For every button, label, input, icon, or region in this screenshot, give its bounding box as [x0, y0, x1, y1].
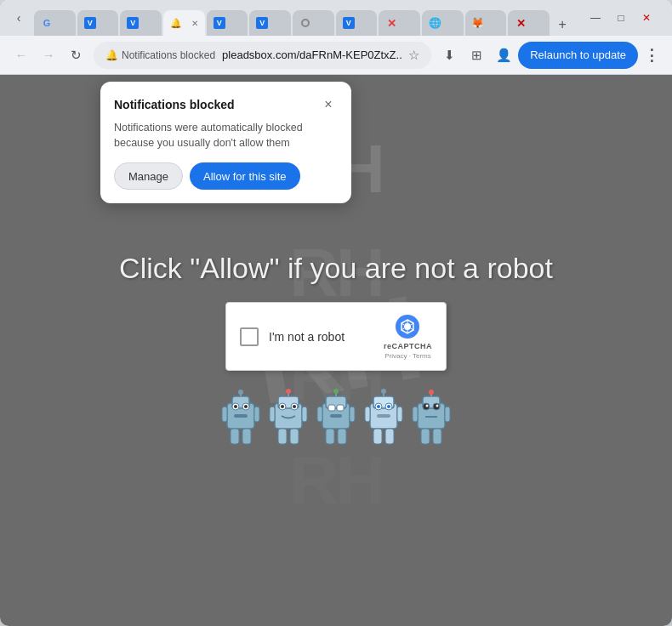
svg-rect-26 — [290, 429, 299, 444]
tab-4-active[interactable]: 🔔 Notifications blocked ✕ — [163, 10, 205, 36]
toolbar-actions: ⬇ ⊞ 👤 Relaunch to update ⋮ — [436, 42, 663, 69]
manage-button[interactable]: Manage — [114, 162, 183, 190]
maximize-button[interactable]: □ — [609, 6, 633, 30]
svg-rect-50 — [385, 429, 394, 444]
svg-rect-46 — [377, 414, 390, 418]
svg-rect-35 — [350, 407, 355, 422]
address-bar[interactable]: 🔔 Notifications blocked pleadsbox.com/da… — [94, 42, 431, 69]
svg-rect-11 — [222, 407, 227, 422]
extensions-button[interactable]: ⊞ — [464, 43, 489, 68]
captcha-checkbox[interactable] — [240, 327, 259, 346]
address-blocked-label: Notifications blocked — [122, 49, 215, 61]
svg-point-8 — [234, 405, 237, 408]
svg-point-57 — [426, 405, 429, 407]
tabs-container: G V V 🔔 Notifications blocked ✕ V V — [31, 0, 577, 36]
robots-illustration — [219, 388, 453, 449]
popup-actions: Manage Allow for this site — [114, 162, 338, 190]
title-bar: ‹ G V V 🔔 Notifications blocked ✕ — [0, 0, 672, 36]
captcha-brand: reCAPTCHA — [384, 342, 432, 350]
recaptcha-icon — [394, 313, 421, 340]
tab-6[interactable]: V — [249, 10, 291, 36]
new-tab-button[interactable]: + — [551, 14, 573, 36]
tab-10[interactable]: 🌐 — [422, 10, 464, 36]
tab-7[interactable] — [293, 10, 334, 36]
tab-4-favicon: 🔔 — [170, 17, 182, 29]
svg-point-22 — [293, 405, 296, 408]
robot-2 — [266, 388, 310, 449]
tab-5-favicon: V — [214, 17, 225, 29]
popup-header: Notifications blocked × — [114, 95, 338, 114]
close-button[interactable]: ✕ — [635, 6, 658, 30]
allow-button[interactable]: Allow for this site — [190, 162, 300, 190]
svg-point-30 — [333, 389, 339, 394]
tab-1[interactable]: G — [34, 10, 76, 36]
download-button[interactable]: ⬇ — [436, 43, 462, 68]
captcha-links: Privacy · Terms — [384, 352, 431, 360]
svg-rect-23 — [270, 407, 275, 422]
svg-rect-25 — [278, 429, 287, 444]
captcha-widget[interactable]: I'm not a robot reCAPTCHA Privacy · Term… — [225, 302, 447, 371]
reload-button[interactable]: ↻ — [63, 43, 88, 68]
svg-rect-34 — [317, 407, 322, 422]
svg-rect-31 — [328, 405, 335, 411]
tab-scroll-back[interactable]: ‹ — [7, 6, 31, 30]
back-button[interactable]: ← — [9, 43, 34, 68]
svg-point-5 — [238, 390, 243, 395]
bookmark-icon[interactable]: ☆ — [408, 48, 419, 63]
more-options-button[interactable]: ⋮ — [640, 43, 663, 67]
svg-point-45 — [387, 405, 390, 408]
tab-12[interactable]: ✕ — [508, 10, 550, 36]
svg-point-41 — [381, 389, 386, 394]
tab-2[interactable]: V — [77, 10, 119, 36]
svg-point-44 — [377, 405, 380, 408]
svg-rect-36 — [326, 429, 334, 444]
headline: Click "Allow" if you are not a robot — [102, 252, 570, 285]
tab-3[interactable]: V — [120, 10, 162, 36]
tab-5[interactable]: V — [207, 10, 248, 36]
tab-4-close[interactable]: ✕ — [189, 17, 201, 29]
svg-point-1 — [404, 323, 411, 330]
notification-popup: Notifications blocked × Notifications we… — [100, 82, 351, 203]
tab-1-favicon: G — [41, 17, 53, 29]
popup-close-button[interactable]: × — [319, 95, 338, 114]
robot-3 — [314, 388, 358, 449]
robot-4 — [362, 388, 406, 449]
tab-9[interactable]: ✕ — [379, 10, 420, 36]
browser-window: ‹ G V V 🔔 Notifications blocked ✕ — [0, 0, 672, 626]
svg-rect-62 — [433, 429, 441, 444]
svg-point-54 — [429, 390, 434, 395]
svg-rect-49 — [373, 429, 382, 444]
tab-3-favicon: V — [127, 17, 139, 29]
svg-point-18 — [286, 389, 291, 394]
svg-rect-59 — [413, 407, 418, 422]
tab-8-favicon: V — [343, 17, 355, 29]
svg-point-58 — [436, 405, 439, 407]
popup-title: Notifications blocked — [114, 98, 235, 111]
tab-11[interactable]: 🦊 — [465, 10, 507, 36]
svg-rect-32 — [337, 405, 344, 411]
robot-1 — [219, 388, 263, 449]
svg-rect-47 — [365, 407, 370, 422]
svg-rect-12 — [254, 407, 259, 422]
forward-button[interactable]: → — [36, 43, 61, 68]
content-area: RH RH RH RH RH Click "Allow" if you are … — [0, 75, 672, 626]
svg-point-9 — [244, 405, 248, 408]
tab-9-favicon: ✕ — [385, 17, 397, 29]
tab-11-favicon: 🦊 — [472, 17, 484, 29]
tab-12-favicon: ✕ — [515, 17, 527, 29]
relaunch-button[interactable]: Relaunch to update — [518, 42, 638, 69]
svg-rect-10 — [234, 414, 248, 418]
notification-blocked-icon: 🔔 Notifications blocked — [105, 49, 215, 61]
svg-rect-37 — [338, 429, 346, 444]
minimize-button[interactable]: — — [584, 6, 607, 30]
tab-7-favicon — [299, 17, 311, 29]
window-controls: — □ ✕ — [577, 6, 665, 30]
robot-5 — [409, 388, 453, 449]
profile-button[interactable]: 👤 — [491, 43, 516, 68]
toolbar: ← → ↻ 🔔 Notifications blocked pleadsbox.… — [0, 36, 672, 75]
svg-rect-61 — [421, 429, 430, 444]
popup-body: Notifications were automatically blocked… — [114, 121, 338, 151]
svg-point-21 — [281, 405, 284, 408]
tab-8[interactable]: V — [336, 10, 378, 36]
tab-2-favicon: V — [84, 17, 96, 29]
